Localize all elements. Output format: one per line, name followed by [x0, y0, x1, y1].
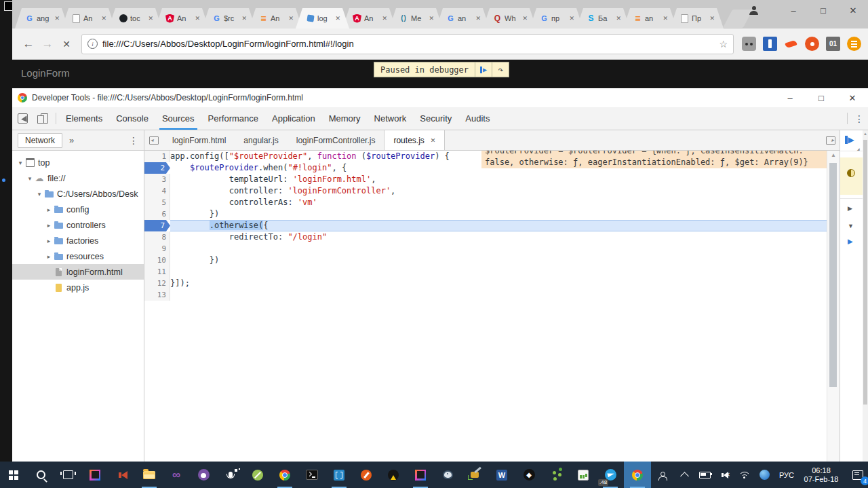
taskbar-file-explorer[interactable]: [136, 462, 163, 488]
expand-icon[interactable]: ▸: [45, 253, 53, 260]
taskbar-unity[interactable]: ◆: [515, 462, 542, 488]
editor-tab-routes-active[interactable]: routes.js✕: [384, 130, 445, 150]
breakpoint-badge[interactable]: 2: [144, 162, 170, 174]
editor-tab-loginform[interactable]: loginForm.html: [163, 130, 235, 150]
resume-script-icon[interactable]: ▶: [845, 135, 854, 145]
browser-tab[interactable]: An✕: [62, 8, 115, 29]
tree-item-config[interactable]: ▸config: [12, 202, 144, 217]
taskbar-voice-recorder[interactable]: [217, 462, 244, 488]
sidebar-scrollbar[interactable]: ▲: [863, 130, 868, 462]
code-line-paused[interactable]: 7 .otherwise({: [144, 220, 827, 231]
close-button[interactable]: ✕: [838, 5, 868, 16]
taskbar-chrome[interactable]: [271, 462, 298, 488]
browser-tab[interactable]: AAn✕: [342, 8, 396, 29]
line-number[interactable]: 13: [144, 289, 170, 301]
line-number[interactable]: 11: [144, 266, 170, 278]
taskbar-android-studio[interactable]: [244, 462, 271, 488]
line-number[interactable]: 3: [144, 174, 170, 185]
extension-orange-icon[interactable]: [805, 37, 819, 51]
tab-close-icon[interactable]: ✕: [431, 137, 436, 144]
tab-close-icon[interactable]: ✕: [335, 15, 340, 22]
expand-icon[interactable]: ▸: [45, 238, 53, 244]
pause-on-exceptions-icon[interactable]: [847, 169, 855, 177]
inspect-element-icon[interactable]: [12, 107, 33, 130]
devtools-maximize-button[interactable]: □: [806, 93, 837, 103]
tab-close-icon[interactable]: ✕: [663, 15, 668, 22]
taskbar-aimp[interactable]: [380, 462, 407, 488]
tab-console[interactable]: Console: [109, 107, 155, 130]
tab-close-icon[interactable]: ✕: [195, 15, 200, 22]
breakpoint-badge[interactable]: 7: [144, 220, 170, 231]
device-toolbar-icon[interactable]: [33, 107, 53, 130]
tray-people-icon[interactable]: [651, 462, 674, 488]
extension-lighthouse-icon[interactable]: [763, 37, 777, 51]
step-over-button[interactable]: ↷: [492, 62, 509, 77]
taskbar-postgresql[interactable]: [434, 462, 461, 488]
code-line[interactable]: 11: [144, 266, 827, 278]
line-number[interactable]: 6: [144, 208, 170, 220]
stop-button[interactable]: ✕: [57, 39, 76, 50]
back-button[interactable]: ←: [19, 37, 38, 51]
tab-close-icon[interactable]: ✕: [148, 15, 153, 22]
tab-close-icon[interactable]: ✕: [522, 15, 528, 22]
taskbar-intellij-2[interactable]: [407, 462, 434, 488]
code-line[interactable]: 3 templateUrl: 'loginForm.html',: [144, 174, 827, 185]
navigator-menu-icon[interactable]: ⋮: [129, 135, 138, 146]
tab-close-icon[interactable]: ✕: [382, 15, 387, 22]
extension-glasses-icon[interactable]: [742, 37, 756, 51]
code-line[interactable]: 13: [144, 289, 827, 301]
code-line[interactable]: 9: [144, 243, 827, 255]
line-number[interactable]: 8: [144, 231, 170, 243]
address-bar[interactable]: i file:///C:/Users/Abbos/Desktop/LoginFo…: [81, 34, 734, 54]
code-line[interactable]: 5 controllerAs: 'vm': [144, 197, 827, 208]
line-number[interactable]: 4: [144, 185, 170, 197]
task-view-button[interactable]: [54, 462, 81, 488]
tray-clock[interactable]: 06:1807-Feb-18: [799, 462, 844, 488]
taskbar-intellij[interactable]: [81, 462, 108, 488]
tree-item-top[interactable]: ▾top: [12, 155, 144, 170]
expand-icon[interactable]: ▸: [45, 222, 53, 229]
start-button[interactable]: [0, 462, 27, 488]
tab-close-icon[interactable]: ✕: [475, 15, 481, 22]
expand-icon[interactable]: ▾: [26, 175, 34, 182]
tab-close-icon[interactable]: ✕: [101, 15, 106, 22]
browser-tab[interactable]: Пр✕: [670, 8, 724, 29]
tree-item-resources[interactable]: ▸resources: [12, 248, 144, 264]
editor-tab-controller[interactable]: loginFormController.js: [288, 130, 384, 150]
browser-tab[interactable]: ≣An✕: [249, 8, 302, 29]
code-line[interactable]: 10 }): [144, 255, 827, 266]
toggle-navigator-icon[interactable]: ◂: [144, 130, 163, 150]
taskbar-volume-app[interactable]: [108, 462, 136, 488]
tree-item-file-scheme[interactable]: ▾☁file://: [12, 170, 144, 186]
tab-network[interactable]: Network: [368, 107, 414, 130]
breakpoint-marker-icon[interactable]: ▶: [848, 238, 853, 245]
browser-tab[interactable]: ≣an✕: [623, 8, 677, 29]
line-number[interactable]: 9: [144, 243, 170, 255]
taskbar-chrome-active[interactable]: [624, 462, 651, 488]
url-text[interactable]: file:///C:/Users/Abbos/Desktop/LoginForm…: [102, 39, 713, 49]
tab-application[interactable]: Application: [265, 107, 322, 130]
tree-item-factories[interactable]: ▸factories: [12, 233, 144, 248]
browser-tab[interactable]: G$rc✕: [202, 8, 256, 29]
taskbar-command-prompt[interactable]: [298, 462, 326, 488]
tab-memory[interactable]: Memory: [322, 107, 368, 130]
navigator-tab-network[interactable]: Network: [18, 133, 62, 148]
tab-close-icon[interactable]: ✕: [288, 15, 294, 22]
tab-close-icon[interactable]: ✕: [616, 15, 621, 22]
browser-tab[interactable]: toc✕: [108, 8, 162, 29]
line-number[interactable]: 5: [144, 197, 170, 208]
resume-script-button[interactable]: ▶: [475, 62, 492, 77]
tab-close-icon[interactable]: ✕: [569, 15, 574, 22]
line-number[interactable]: 10: [144, 255, 170, 266]
section-expanded-icon[interactable]: ▼: [848, 223, 854, 229]
expand-icon[interactable]: ▾: [16, 159, 24, 166]
tab-close-icon[interactable]: ✕: [709, 15, 715, 22]
editor-tab-angular[interactable]: angular.js: [235, 130, 287, 150]
tab-elements[interactable]: Elements: [59, 107, 109, 130]
taskbar-visual-studio[interactable]: ∞: [163, 462, 190, 488]
browser-tab[interactable]: Gan✕: [436, 8, 490, 29]
tab-close-icon[interactable]: ✕: [429, 15, 434, 22]
forward-button[interactable]: →: [38, 37, 57, 51]
devtools-minimize-button[interactable]: –: [774, 93, 806, 103]
extension-01-icon[interactable]: 01: [826, 37, 840, 51]
